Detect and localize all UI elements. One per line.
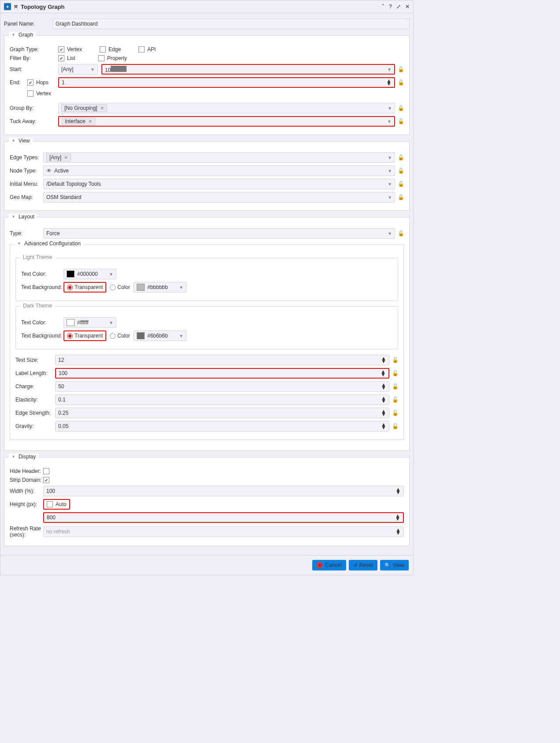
lock-icon[interactable]: 🔓 bbox=[398, 181, 404, 187]
end-vertex-checkbox[interactable]: Vertex bbox=[27, 90, 51, 97]
group-by-select[interactable]: [No Grouping]✕▼ bbox=[58, 103, 395, 113]
cancel-button[interactable]: ✕Cancel bbox=[312, 560, 346, 570]
layout-section: ▼Layout Type: Force▼ 🔓 ▼Advanced Configu… bbox=[4, 217, 410, 451]
app-icon: ✦ bbox=[4, 3, 11, 10]
auto-height-checkbox[interactable]: Auto bbox=[43, 499, 70, 510]
panel-title: Topology Graph bbox=[21, 4, 382, 10]
label-length-label: Label Length: bbox=[15, 370, 55, 376]
height-input[interactable]: 800▲▼ bbox=[43, 512, 404, 523]
light-text-color-select[interactable]: #000000▼ bbox=[63, 269, 116, 279]
color-chip bbox=[67, 270, 75, 278]
list-checkbox[interactable]: List bbox=[58, 55, 75, 61]
panel-name-input[interactable]: Graph Dashboard bbox=[52, 19, 410, 29]
tuck-away-select[interactable]: Interface✕▼ bbox=[58, 116, 395, 127]
text-size-input[interactable]: 12▲▼ bbox=[55, 355, 389, 365]
collapse-icon[interactable]: ˄ bbox=[382, 4, 385, 10]
search-icon: 🔍 bbox=[385, 563, 391, 568]
lock-icon[interactable]: 🔓 bbox=[398, 168, 404, 174]
lock-icon[interactable]: 🔓 bbox=[392, 370, 398, 376]
chevron-down-icon[interactable]: ▼ bbox=[11, 454, 15, 459]
dark-color-radio[interactable]: Color bbox=[110, 333, 130, 339]
hide-header-checkbox[interactable] bbox=[43, 468, 49, 474]
dark-text-color-select[interactable]: #ffffff▼ bbox=[63, 317, 116, 328]
dark-transparent-radio[interactable]: Transparent bbox=[63, 330, 106, 341]
edge-types-label: Edge Types: bbox=[10, 154, 43, 161]
geo-map-select[interactable]: OSM Standard▼ bbox=[43, 192, 395, 203]
dark-theme-section: Dark Theme Text Color: #ffffff▼ Text Bac… bbox=[15, 306, 398, 349]
display-section: ▼Display Hide Header: Strip Domain: Widt… bbox=[4, 457, 410, 546]
edge-checkbox[interactable]: Edge bbox=[100, 46, 121, 53]
layout-type-select[interactable]: Force▼ bbox=[43, 228, 395, 239]
lock-icon[interactable]: 🔓 bbox=[392, 357, 398, 363]
tuck-away-label: Tuck Away: bbox=[10, 118, 58, 124]
elasticity-input[interactable]: 0.1▲▼ bbox=[55, 394, 389, 405]
group-by-tag[interactable]: [No Grouping]✕ bbox=[61, 104, 107, 112]
minimize-icon[interactable]: ⤢ bbox=[396, 4, 401, 10]
hops-value-input[interactable]: 1▲▼ bbox=[58, 77, 395, 88]
charge-input[interactable]: 50▲▼ bbox=[55, 381, 389, 392]
lock-icon[interactable]: 🔓 bbox=[398, 154, 404, 161]
light-theme-section: Light Theme Text Color: #000000▼ Text Ba… bbox=[15, 258, 398, 301]
chevron-down-icon[interactable]: ▼ bbox=[11, 139, 15, 143]
lock-icon[interactable]: 🔓 bbox=[392, 423, 398, 429]
elasticity-label: Elasticity: bbox=[15, 397, 55, 403]
color-chip bbox=[67, 319, 75, 326]
advanced-config-section: ▼Advanced Configuration Light Theme Text… bbox=[10, 244, 404, 440]
width-input[interactable]: 100▲▼ bbox=[43, 486, 404, 496]
panel-header: ✦ ⤱ Topology Graph ˄ ? ⤢ ✕ bbox=[0, 0, 413, 13]
chevron-down-icon[interactable]: ▼ bbox=[17, 241, 21, 246]
dark-text-color-label: Text Color: bbox=[21, 319, 63, 326]
lock-icon[interactable]: 🔓 bbox=[398, 79, 404, 86]
api-checkbox[interactable]: API bbox=[138, 46, 156, 53]
start-type-select[interactable]: [Any]▼ bbox=[58, 64, 98, 75]
dark-color-select[interactable]: #6b6b6b▼ bbox=[134, 330, 187, 341]
node-type-label: Node Type: bbox=[10, 168, 43, 174]
lock-icon[interactable]: 🔓 bbox=[398, 105, 404, 111]
initial-menu-select[interactable]: /Default Topology Tools▼ bbox=[43, 179, 395, 189]
light-color-radio[interactable]: Color bbox=[110, 284, 130, 290]
strip-domain-label: Strip Domain: bbox=[10, 477, 43, 483]
chevron-down-icon[interactable]: ▼ bbox=[11, 33, 15, 37]
chevron-down-icon[interactable]: ▼ bbox=[11, 214, 15, 219]
light-color-select[interactable]: #bbbbbb▼ bbox=[134, 282, 187, 293]
lock-icon[interactable]: 🔓 bbox=[398, 230, 404, 236]
tag-remove-icon[interactable]: ✕ bbox=[64, 155, 68, 161]
lock-icon[interactable]: 🔓 bbox=[392, 410, 398, 416]
panel-name-label: Panel Name: bbox=[4, 21, 52, 27]
property-checkbox[interactable]: Property bbox=[98, 55, 127, 61]
node-type-select[interactable]: 👁Active▼ bbox=[43, 165, 395, 176]
strip-domain-checkbox[interactable] bbox=[43, 477, 49, 483]
gravity-input[interactable]: 0.05▲▼ bbox=[55, 421, 389, 432]
start-value-select[interactable]: 10▼ bbox=[101, 64, 395, 75]
vertex-checkbox[interactable]: Vertex bbox=[58, 46, 82, 53]
label-length-input[interactable]: 100▲▼ bbox=[55, 368, 389, 379]
share-icon: ⤱ bbox=[14, 4, 18, 10]
reset-button[interactable]: ↺Reset bbox=[349, 560, 377, 570]
view-button[interactable]: 🔍View bbox=[380, 560, 409, 570]
edge-strength-input[interactable]: 0.25▲▼ bbox=[55, 408, 389, 418]
edge-types-tag[interactable]: [Any]✕ bbox=[46, 154, 71, 161]
refresh-input[interactable]: no refresh▲▼ bbox=[43, 526, 404, 537]
edge-types-select[interactable]: [Any]✕▼ bbox=[43, 152, 395, 163]
end-label: End: bbox=[10, 79, 27, 86]
graph-type-label: Graph Type: bbox=[10, 46, 58, 53]
lock-icon[interactable]: 🔓 bbox=[398, 66, 404, 72]
tag-remove-icon[interactable]: ✕ bbox=[100, 105, 104, 111]
lock-icon[interactable]: 🔓 bbox=[398, 118, 404, 124]
initial-menu-label: Initial Menu: bbox=[10, 181, 43, 187]
hide-header-label: Hide Header: bbox=[10, 468, 43, 474]
tag-remove-icon[interactable]: ✕ bbox=[88, 119, 92, 124]
hops-checkbox[interactable]: Hops bbox=[27, 79, 58, 86]
start-label: Start: bbox=[10, 66, 58, 72]
gravity-label: Gravity: bbox=[15, 423, 55, 429]
tuck-away-tag[interactable]: Interface✕ bbox=[62, 117, 95, 125]
close-icon[interactable]: ✕ bbox=[405, 4, 410, 10]
help-icon[interactable]: ? bbox=[389, 4, 392, 10]
lock-icon[interactable]: 🔓 bbox=[392, 383, 398, 390]
light-transparent-radio[interactable]: Transparent bbox=[63, 282, 106, 293]
refresh-label: Refresh Rate (secs): bbox=[10, 525, 43, 538]
width-label: Width (%): bbox=[10, 488, 43, 494]
lock-icon[interactable]: 🔓 bbox=[392, 397, 398, 403]
lock-icon[interactable]: 🔓 bbox=[398, 194, 404, 200]
cancel-icon: ✕ bbox=[317, 562, 323, 568]
